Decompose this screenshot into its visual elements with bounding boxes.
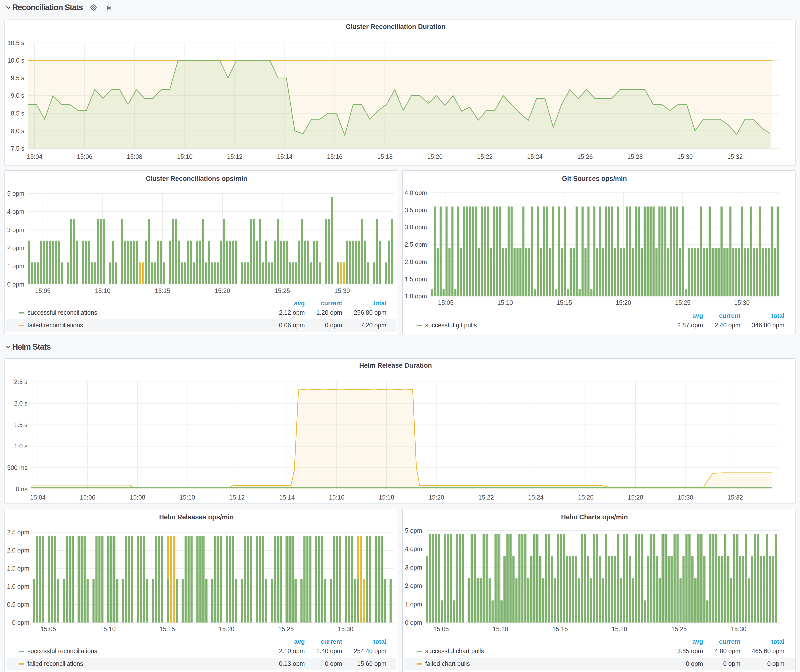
svg-text:15:25: 15:25: [275, 287, 290, 294]
svg-text:15:10: 15:10: [177, 153, 193, 160]
svg-text:15:20: 15:20: [427, 153, 443, 160]
svg-text:15:30: 15:30: [338, 626, 354, 632]
svg-text:2.0 opm: 2.0 opm: [405, 258, 427, 265]
svg-text:Cluster Reconciliation Duratio: Cluster Reconciliation Duration: [346, 23, 445, 30]
svg-text:15:18: 15:18: [377, 153, 393, 160]
svg-text:2.0 s: 2.0 s: [14, 400, 27, 407]
svg-text:10.5 s: 10.5 s: [7, 39, 24, 46]
svg-text:15:15: 15:15: [557, 299, 572, 306]
svg-text:15:26: 15:26: [578, 494, 594, 501]
svg-text:1 opm: 1 opm: [7, 262, 24, 269]
svg-text:1.5 opm: 1.5 opm: [405, 276, 427, 283]
svg-text:2.5 s: 2.5 s: [14, 378, 27, 385]
svg-text:15:20: 15:20: [215, 287, 230, 294]
svg-text:15:26: 15:26: [578, 153, 593, 160]
svg-text:15:32: 15:32: [727, 153, 743, 160]
svg-text:8.5 s: 8.5 s: [11, 110, 24, 117]
svg-text:15:12: 15:12: [229, 494, 245, 501]
svg-text:3 opm: 3 opm: [405, 564, 422, 571]
svg-text:15:30: 15:30: [734, 299, 750, 306]
svg-text:8.0 s: 8.0 s: [11, 127, 24, 134]
svg-text:15:12: 15:12: [227, 153, 243, 160]
svg-text:15:16: 15:16: [327, 153, 342, 160]
svg-text:4 opm: 4 opm: [7, 208, 24, 215]
svg-text:15:25: 15:25: [278, 626, 294, 632]
svg-text:0 opm: 0 opm: [12, 619, 29, 626]
svg-text:15:05: 15:05: [35, 287, 51, 294]
svg-text:15:22: 15:22: [478, 494, 494, 501]
svg-text:15:06: 15:06: [77, 153, 93, 160]
svg-text:15:24: 15:24: [527, 153, 543, 160]
svg-text:15:10: 15:10: [95, 287, 110, 294]
svg-text:15:32: 15:32: [728, 494, 743, 501]
svg-text:0 ns: 0 ns: [16, 486, 27, 493]
svg-text:Cluster Reconciliations ops/mi: Cluster Reconciliations ops/min: [146, 175, 247, 182]
svg-text:500 ms: 500 ms: [7, 464, 27, 471]
svg-text:15:14: 15:14: [279, 494, 295, 501]
svg-text:15:10: 15:10: [179, 494, 195, 501]
svg-text:15:20: 15:20: [429, 494, 444, 501]
svg-text:15:30: 15:30: [731, 626, 747, 632]
svg-text:2.5 opm: 2.5 opm: [405, 241, 427, 248]
svg-text:5 opm: 5 opm: [405, 527, 422, 534]
svg-text:15:30: 15:30: [677, 153, 693, 160]
svg-text:1.0 opm: 1.0 opm: [7, 583, 29, 590]
svg-text:Helm Releases ops/min: Helm Releases ops/min: [159, 514, 234, 521]
svg-text:15:08: 15:08: [127, 153, 142, 160]
svg-text:15:08: 15:08: [130, 494, 146, 501]
svg-text:15:05: 15:05: [438, 299, 454, 306]
svg-text:0 opm: 0 opm: [405, 619, 422, 626]
svg-text:15:10: 15:10: [493, 626, 508, 632]
svg-text:15:15: 15:15: [160, 626, 175, 632]
svg-text:15:24: 15:24: [528, 494, 544, 501]
svg-text:15:15: 15:15: [552, 626, 568, 632]
svg-text:3.0 opm: 3.0 opm: [405, 224, 427, 230]
svg-text:0.5 opm: 0.5 opm: [7, 601, 29, 608]
svg-text:15:22: 15:22: [477, 153, 493, 160]
svg-text:15:25: 15:25: [671, 626, 687, 632]
svg-text:3.5 opm: 3.5 opm: [405, 206, 427, 214]
svg-text:15:20: 15:20: [612, 626, 627, 632]
svg-text:15:10: 15:10: [100, 626, 116, 632]
svg-text:Git Sources ops/min: Git Sources ops/min: [562, 175, 627, 182]
svg-text:1.5 s: 1.5 s: [14, 421, 27, 428]
svg-text:7.5 s: 7.5 s: [11, 145, 24, 152]
svg-text:15:30: 15:30: [334, 287, 350, 294]
svg-text:15:04: 15:04: [27, 153, 43, 160]
svg-text:10.0 s: 10.0 s: [7, 57, 24, 64]
svg-text:1.0 opm: 1.0 opm: [405, 293, 427, 300]
svg-text:15:30: 15:30: [678, 494, 693, 501]
svg-text:4 opm: 4 opm: [405, 545, 422, 552]
svg-text:2.0 opm: 2.0 opm: [7, 547, 29, 554]
svg-text:15:04: 15:04: [30, 494, 46, 501]
svg-text:4.0 opm: 4.0 opm: [405, 189, 427, 196]
svg-text:15:20: 15:20: [219, 626, 235, 632]
svg-text:9.0 s: 9.0 s: [11, 92, 24, 99]
svg-text:Helm Release Duration: Helm Release Duration: [359, 362, 432, 369]
svg-text:15:15: 15:15: [155, 287, 170, 294]
svg-text:3 opm: 3 opm: [7, 226, 24, 233]
svg-text:2 opm: 2 opm: [405, 582, 422, 589]
svg-text:1.0 s: 1.0 s: [14, 443, 27, 450]
svg-text:0 opm: 0 opm: [7, 281, 24, 288]
svg-text:5 opm: 5 opm: [7, 190, 24, 197]
svg-text:15:28: 15:28: [627, 153, 643, 160]
svg-text:2.5 opm: 2.5 opm: [7, 529, 29, 536]
svg-text:15:16: 15:16: [329, 494, 345, 501]
svg-text:1 opm: 1 opm: [405, 601, 422, 608]
svg-text:15:05: 15:05: [434, 626, 449, 632]
svg-text:15:05: 15:05: [40, 626, 56, 632]
svg-text:1.5 opm: 1.5 opm: [7, 565, 29, 572]
svg-text:15:14: 15:14: [277, 153, 293, 160]
svg-text:Helm Charts ops/min: Helm Charts ops/min: [561, 514, 628, 521]
svg-text:15:20: 15:20: [616, 299, 631, 306]
svg-text:15:18: 15:18: [379, 494, 394, 501]
svg-text:15:28: 15:28: [628, 494, 643, 501]
svg-text:15:10: 15:10: [498, 299, 513, 306]
svg-text:15:06: 15:06: [80, 494, 96, 501]
svg-text:2 opm: 2 opm: [7, 245, 24, 251]
svg-text:15:25: 15:25: [675, 299, 691, 306]
svg-text:9.5 s: 9.5 s: [11, 74, 24, 82]
